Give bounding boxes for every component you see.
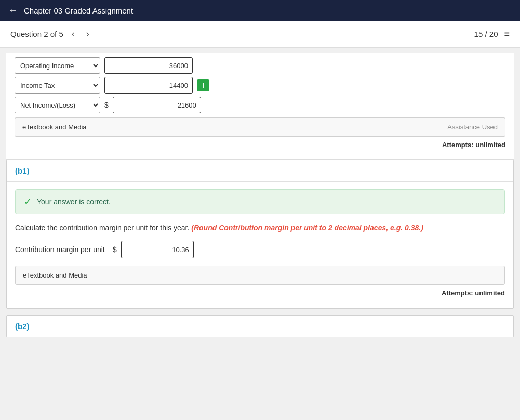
success-message: Your answer is correct. bbox=[37, 198, 111, 206]
b2-header: (b2) bbox=[7, 316, 513, 337]
operating-income-input[interactable] bbox=[104, 57, 193, 74]
income-tax-input[interactable] bbox=[104, 77, 193, 94]
contribution-margin-input[interactable] bbox=[121, 241, 194, 258]
page-title: Chapter 03 Graded Assignment bbox=[24, 6, 133, 15]
assistance-label: Assistance Used bbox=[447, 123, 498, 131]
prev-question-button[interactable]: ‹ bbox=[69, 28, 78, 41]
b1-etextbook-bar: eTextbook and Media bbox=[15, 266, 505, 285]
operating-income-select[interactable]: Operating Income bbox=[15, 57, 100, 74]
net-income-input[interactable] bbox=[113, 97, 201, 113]
income-tax-info-button[interactable]: i bbox=[197, 79, 209, 91]
check-icon: ✓ bbox=[24, 196, 32, 207]
net-income-select[interactable]: Net Income/(Loss) bbox=[15, 97, 100, 113]
operating-income-row: Operating Income bbox=[15, 57, 505, 74]
net-income-row: Net Income/(Loss) $ bbox=[15, 97, 505, 113]
b2-section: (b2) bbox=[6, 315, 514, 337]
next-question-button[interactable]: › bbox=[83, 28, 92, 41]
b1-section: (b1) ✓ Your answer is correct. Calculate… bbox=[6, 160, 514, 309]
question-text: Calculate the contribution margin per un… bbox=[15, 222, 505, 233]
main-content: Operating Income Income Tax i Net Income… bbox=[0, 48, 520, 349]
contribution-margin-row: Contribution margin per unit $ bbox=[15, 241, 505, 258]
back-arrow-icon[interactable]: ← bbox=[8, 5, 18, 16]
success-alert: ✓ Your answer is correct. bbox=[15, 189, 505, 214]
b2-label: (b2) bbox=[15, 322, 30, 331]
list-icon[interactable]: ≡ bbox=[504, 29, 510, 40]
top-bar: ← Chapter 03 Graded Assignment bbox=[0, 0, 520, 21]
b1-header: (b1) bbox=[7, 160, 513, 182]
b1-etextbook-label: eTextbook and Media bbox=[23, 271, 87, 279]
etextbook-bar: eTextbook and Media Assistance Used bbox=[15, 117, 505, 137]
info-icon: i bbox=[202, 82, 204, 89]
question-nav: Question 2 of 5 ‹ › 15 / 20 ≡ bbox=[0, 21, 520, 48]
question-nav-right: 15 / 20 ≡ bbox=[474, 29, 510, 40]
highlight-text: (Round Contribution margin per unit to 2… bbox=[191, 224, 423, 232]
question-nav-left: Question 2 of 5 ‹ › bbox=[10, 28, 92, 41]
question-main-text: Calculate the contribution margin per un… bbox=[15, 224, 189, 232]
attempts-text: Attempts: unlimited bbox=[15, 139, 505, 153]
b1-body: ✓ Your answer is correct. Calculate the … bbox=[7, 182, 513, 308]
income-tax-select[interactable]: Income Tax bbox=[15, 77, 100, 94]
contribution-dollar-sign: $ bbox=[113, 245, 117, 254]
net-income-dollar-sign: $ bbox=[104, 101, 109, 109]
income-tax-row: Income Tax i bbox=[15, 77, 505, 94]
income-statement-section: Operating Income Income Tax i Net Income… bbox=[6, 53, 514, 160]
etextbook-label: eTextbook and Media bbox=[22, 123, 87, 131]
question-label: Question 2 of 5 bbox=[10, 30, 63, 38]
contribution-margin-label: Contribution margin per unit bbox=[15, 245, 109, 254]
progress-text: 15 / 20 bbox=[474, 30, 498, 38]
b1-label: (b1) bbox=[15, 166, 30, 175]
b1-attempts-text: Attempts: unlimited bbox=[15, 287, 505, 301]
